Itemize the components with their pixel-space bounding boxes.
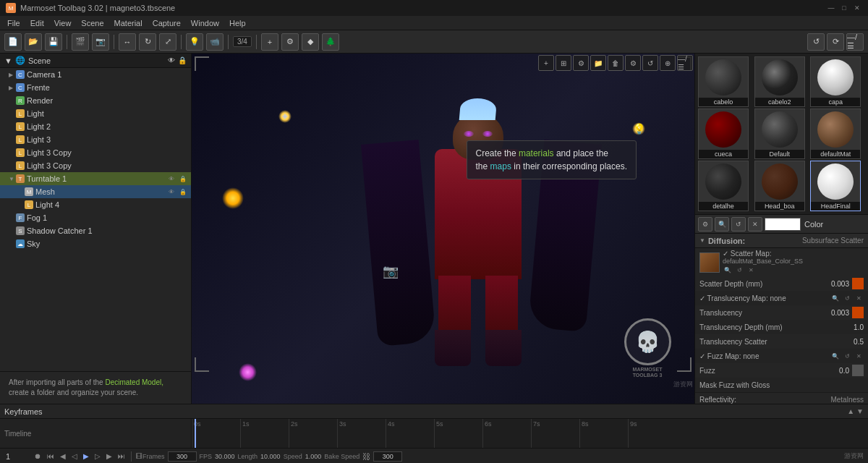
vis-btn-turntable1[interactable]: 👁 <box>166 174 176 184</box>
trans-search-btn[interactable]: 🔍 <box>830 293 841 303</box>
lock-btn-light3copy2[interactable]: 🔒 <box>178 161 188 171</box>
mat-thumb-capa[interactable]: capa <box>810 56 861 107</box>
vis-btn-frente[interactable]: 👁 <box>166 82 176 93</box>
note-link[interactable]: Decimated Model, <box>105 378 163 386</box>
timeline-playhead[interactable] <box>195 419 196 448</box>
window-controls[interactable]: — □ ✕ <box>826 3 862 13</box>
menu-material[interactable]: Material <box>110 17 147 29</box>
lock-btn-light1[interactable]: 🔒 <box>178 109 188 119</box>
lock-btn-fog1[interactable]: 🔒 <box>178 213 188 223</box>
vis-btn-light3copy2[interactable]: 👁 <box>166 161 176 171</box>
tl-next-frame-btn[interactable]: ▶ <box>105 452 114 460</box>
tl-play-btn[interactable]: ▶ <box>82 452 90 460</box>
tree-item-turntable1[interactable]: ▼ T Turntable 1 👁 🔒 <box>0 172 191 185</box>
vis-btn-light2[interactable]: 👁 <box>166 122 176 132</box>
tl-bake-input[interactable] <box>373 451 402 462</box>
toolbar-extra[interactable]: —/☰ <box>846 33 864 51</box>
props-search-btn[interactable]: 🔍 <box>715 217 729 232</box>
toolbar-settings[interactable]: ⚙ <box>281 33 299 51</box>
minimize-button[interactable]: — <box>826 3 836 13</box>
tl-fastforward-btn[interactable]: ⏭ <box>116 452 127 460</box>
tree-item-camera1[interactable]: ▶ C Camera 1 👁 🔒 <box>0 68 191 81</box>
props-settings-btn[interactable]: ⚙ <box>698 217 712 232</box>
mat-thumb-detalhe[interactable]: detalhe <box>698 161 749 211</box>
menu-file[interactable]: File <box>3 17 25 29</box>
vis-btn-sky[interactable]: 👁 <box>166 239 176 249</box>
tree-item-render[interactable]: R Render 👁 🔒 <box>0 94 191 107</box>
tl-record-btn[interactable]: ⏺ <box>33 452 43 460</box>
toolbar-open[interactable]: 📂 <box>25 33 42 51</box>
toolbar-reload[interactable]: ⟳ <box>827 33 844 51</box>
lock-btn-camera1[interactable]: 🔒 <box>178 69 188 80</box>
scatter-refresh-btn[interactable]: ↺ <box>734 265 744 275</box>
vis-btn-light4[interactable]: 👁 <box>166 200 176 210</box>
translucency-swatch[interactable] <box>852 307 864 318</box>
vp-extra1-btn[interactable]: ⚙ <box>625 55 641 71</box>
timeline-ruler[interactable]: 0s 1s 2s 3s 4s 5s 6s 7s 8s 9s <box>192 419 868 448</box>
mat-thumb-cabelo2[interactable]: cabelo2 <box>754 56 805 107</box>
lock-btn-sky[interactable]: 🔒 <box>178 239 188 249</box>
fuzz-refresh-btn[interactable]: ↺ <box>842 351 852 361</box>
tl-prev-frame-btn[interactable]: ◀ <box>59 452 67 460</box>
vis-btn-light3[interactable]: 👁 <box>166 135 176 145</box>
mat-thumb-defaultmat[interactable]: defaultMat <box>810 109 861 159</box>
scene-lock-icon[interactable]: 🔒 <box>178 56 187 64</box>
scatter-close-btn[interactable]: ✕ <box>746 265 756 275</box>
maximize-button[interactable]: □ <box>839 3 849 13</box>
mat-thumb-headboa[interactable]: Head_boa <box>754 161 805 211</box>
vp-folder-btn[interactable]: 📁 <box>590 55 606 71</box>
toolbar-camera[interactable]: 📹 <box>206 33 224 51</box>
mat-thumb-cueca[interactable]: cueca <box>698 109 749 159</box>
toolbar-move[interactable]: ↔ <box>119 33 136 51</box>
close-button[interactable]: ✕ <box>852 3 862 13</box>
mat-thumb-default[interactable]: Default <box>754 109 805 159</box>
vp-delete-btn[interactable]: 🗑 <box>608 55 624 71</box>
lock-btn-frente[interactable]: 🔒 <box>178 82 188 93</box>
tree-item-frente[interactable]: ▶ C Frente 👁 🔒 <box>0 81 191 94</box>
scatter-depth-swatch[interactable] <box>852 278 864 289</box>
toolbar-render[interactable]: 🎬 <box>72 33 89 51</box>
props-refresh-btn[interactable]: ↺ <box>731 217 746 232</box>
diffusion-section-header[interactable]: ▼ Diffusion: Subsurface Scatter <box>695 234 868 248</box>
fuzz-search-btn[interactable]: 🔍 <box>830 351 841 361</box>
toolbar-materials[interactable]: ◆ <box>302 33 319 51</box>
toolbar-rotate[interactable]: ↻ <box>139 33 156 51</box>
vis-btn-fog1[interactable]: 👁 <box>166 213 176 223</box>
toolbar-reset[interactable]: ↺ <box>807 33 825 51</box>
lock-btn-mesh[interactable]: 🔒 <box>178 187 188 197</box>
menu-edit[interactable]: Edit <box>26 17 48 29</box>
tl-frames-input[interactable] <box>168 451 197 462</box>
vis-btn-light3copy1[interactable]: 👁 <box>166 148 176 158</box>
mat-thumb-headfinal[interactable]: HeadFinal <box>810 161 861 211</box>
vis-btn-render[interactable]: 👁 <box>166 95 176 106</box>
lock-btn-render[interactable]: 🔒 <box>178 95 188 106</box>
scatter-search-btn[interactable]: 🔍 <box>723 265 733 275</box>
tree-item-light3copy2[interactable]: L Light 3 Copy 👁 🔒 <box>0 159 191 172</box>
tree-item-sky[interactable]: ☁ Sky 👁 🔒 <box>0 237 191 250</box>
menu-capture[interactable]: Capture <box>148 17 185 29</box>
trans-close-btn[interactable]: ✕ <box>854 293 864 303</box>
viewport[interactable]: + ⊞ ⚙ 📁 🗑 ⚙ ↺ ⊕ —/☰ <box>192 54 694 404</box>
tree-item-light1[interactable]: L Light 👁 🔒 <box>0 107 191 120</box>
tree-item-fog1[interactable]: F Fog 1 👁 🔒 <box>0 211 191 224</box>
lock-btn-light2[interactable]: 🔒 <box>178 122 188 132</box>
toolbar-add[interactable]: + <box>261 33 278 51</box>
fuzz-close-btn[interactable]: ✕ <box>854 351 864 361</box>
lock-btn-turntable1[interactable]: 🔒 <box>178 174 188 184</box>
scene-vis-icon[interactable]: 👁 <box>168 56 175 64</box>
toolbar-scale[interactable]: ⤢ <box>159 33 176 51</box>
tree-item-shadowcatcher1[interactable]: S Shadow Catcher 1 👁 🔒 <box>0 224 191 237</box>
fuzz-swatch[interactable] <box>852 365 864 376</box>
lock-btn-light4[interactable]: 🔒 <box>178 200 188 210</box>
props-color-swatch[interactable] <box>765 218 801 231</box>
tree-item-light3copy1[interactable]: L Light 3 Copy 👁 🔒 <box>0 146 191 159</box>
toolbar-save[interactable]: 💾 <box>45 33 62 51</box>
menu-view[interactable]: View <box>50 17 76 29</box>
vp-extra2-btn[interactable]: ↺ <box>642 55 658 71</box>
toolbar-scene-tree[interactable]: 🌲 <box>322 33 339 51</box>
vis-btn-shadow1[interactable]: 👁 <box>166 226 176 236</box>
menu-scene[interactable]: Scene <box>77 17 108 29</box>
toolbar-lights[interactable]: 💡 <box>186 33 203 51</box>
timeline-expand-btn[interactable]: ▼ <box>856 407 864 415</box>
lock-btn-shadow1[interactable]: 🔒 <box>178 226 188 236</box>
